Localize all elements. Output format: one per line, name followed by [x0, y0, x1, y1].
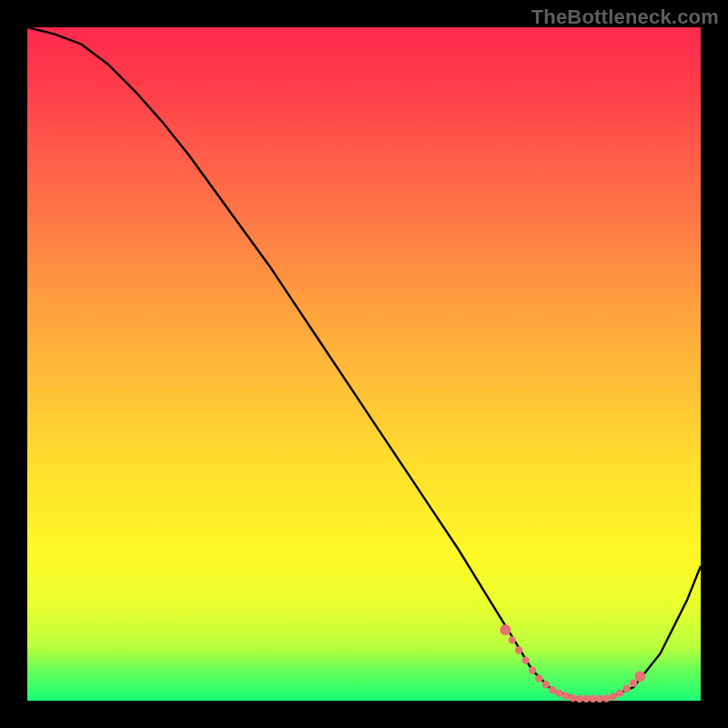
marker-dot [562, 693, 570, 700]
marker-dot [589, 695, 596, 703]
marker-dot [569, 694, 576, 702]
marker-dot [630, 680, 637, 687]
bottleneck-curve [27, 27, 701, 699]
marker-dot [500, 624, 511, 635]
marker-dot [596, 695, 603, 703]
marker-dot [521, 656, 529, 663]
marker-dot [549, 686, 556, 693]
marker-dot [634, 671, 645, 682]
highlight-markers [500, 624, 645, 703]
watermark-text: TheBottleneck.com [531, 5, 719, 29]
chart-frame: TheBottleneck.com [0, 0, 728, 728]
chart-svg [27, 27, 701, 701]
marker-dot [555, 690, 562, 697]
marker-dot [582, 695, 590, 703]
marker-dot [602, 694, 610, 702]
marker-dot [535, 674, 542, 682]
marker-dot [529, 667, 536, 674]
marker-dot [616, 690, 623, 697]
marker-dot [576, 695, 583, 703]
marker-dot [509, 636, 516, 643]
marker-dot [515, 646, 522, 653]
marker-dot [622, 684, 630, 692]
marker-dot [542, 681, 550, 688]
marker-dot [610, 693, 617, 700]
plot-area [27, 27, 701, 701]
